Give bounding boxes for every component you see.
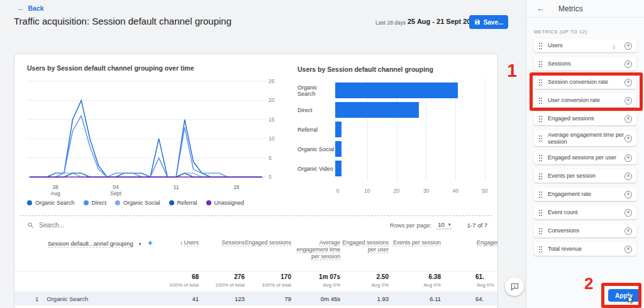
column-header-users[interactable]: ↓Users <box>165 235 199 271</box>
remove-metric-icon[interactable]: × <box>625 97 632 105</box>
column-header-events-per-session[interactable]: Events per session <box>389 235 441 271</box>
column-header-engaged-sessions[interactable]: Engaged sessions <box>245 235 291 271</box>
column-header-sessions[interactable]: Sessions <box>199 235 245 271</box>
remove-metric-icon[interactable]: × <box>625 173 632 180</box>
bar[interactable] <box>335 161 341 176</box>
row-dimension: Organic Search <box>47 295 88 302</box>
bar[interactable] <box>335 102 419 118</box>
metric-item-sessions[interactable]: Sessions × <box>534 57 636 71</box>
remove-metric-icon[interactable]: × <box>625 42 632 50</box>
search-box[interactable] <box>27 222 390 229</box>
column-header-avg-engagement-time[interactable]: Average engagement time per session <box>291 235 340 271</box>
drag-handle-icon[interactable] <box>538 42 543 49</box>
legend-dot-icon <box>115 200 120 205</box>
feedback-button[interactable] <box>505 277 524 296</box>
metric-item-user-conversion-rate[interactable]: User conversion rate × <box>534 94 636 107</box>
search-input[interactable] <box>39 222 165 229</box>
drag-handle-icon[interactable] <box>538 79 543 86</box>
drag-handle-icon[interactable] <box>538 191 543 198</box>
drag-handle-icon[interactable] <box>538 209 543 216</box>
remove-metric-icon[interactable]: × <box>625 135 632 142</box>
legend-item[interactable]: Direct <box>84 200 107 206</box>
chevron-down-icon[interactable]: ▾ <box>138 241 141 247</box>
table-row[interactable]: 1Organic Search 41 123 79 0m 45s 1.93 6.… <box>14 292 498 305</box>
save-button[interactable]: Save... <box>469 15 508 29</box>
metrics-panel-header: ← Metrics <box>526 0 644 18</box>
cell-engagement-rate: 64. <box>441 295 498 302</box>
drag-handle-icon[interactable] <box>538 60 543 67</box>
remove-metric-icon[interactable]: × <box>625 227 632 235</box>
cell-engaged-sessions: 79 <box>245 295 291 302</box>
bar[interactable] <box>335 83 458 98</box>
metric-item-session-conversion-rate[interactable]: Session conversion rate × <box>534 76 636 89</box>
metric-item-total-revenue[interactable]: Total revenue × <box>534 242 636 256</box>
legend-item[interactable]: Organic Social <box>115 200 160 206</box>
rows-per-page-label: Rows per page: <box>390 222 432 229</box>
line-chart-svg <box>27 77 266 183</box>
bar[interactable] <box>335 141 341 157</box>
drag-handle-icon[interactable] <box>538 115 543 122</box>
drag-handle-icon[interactable] <box>538 246 543 253</box>
metric-item-conversions[interactable]: Conversions × <box>534 224 636 237</box>
drag-handle-icon[interactable] <box>538 173 543 180</box>
metric-item-avg-engagement-time[interactable]: Average engagement time per session × <box>534 130 636 146</box>
add-dimension-button[interactable]: + <box>148 238 153 248</box>
bar-row: Direct <box>297 100 485 120</box>
metric-item-users[interactable]: Users ↓ × <box>534 39 636 52</box>
search-icon <box>27 222 34 229</box>
cell-avg-engagement-time: 0m 45s <box>291 295 340 302</box>
bar[interactable] <box>335 122 341 137</box>
legend-dot-icon <box>206 200 211 205</box>
metric-item-event-count[interactable]: Event count × <box>534 206 636 219</box>
line-chart-title: Users by Session default channel groupin… <box>27 64 194 72</box>
table-header-row: Session default...annel grouping ▾ + ↓Us… <box>14 235 498 271</box>
remove-metric-icon[interactable]: × <box>625 60 632 68</box>
sort-descending-icon: ↓ <box>180 239 183 246</box>
save-icon <box>474 19 480 25</box>
back-arrow-icon: ← <box>18 4 25 12</box>
pagination-status: 1-7 of 7 <box>467 222 487 229</box>
metrics-list: Users ↓ × Sessions × Session conversion … <box>534 39 636 261</box>
metric-item-engaged-sessions[interactable]: Engaged sessions × <box>534 112 636 125</box>
metric-item-events-per-session[interactable]: Events per session × <box>534 169 636 183</box>
panel-back-button[interactable]: ← <box>536 4 545 13</box>
date-preset-label: Last 28 days <box>375 20 406 26</box>
back-button[interactable]: ← Back <box>18 4 44 12</box>
apply-button[interactable]: Apply <box>608 289 640 302</box>
totals-avg-engagement-time: 1m 07sAvg 0% <box>291 271 340 292</box>
legend-item[interactable]: Unassigned <box>206 200 245 206</box>
totals-engagement-rate: 61.Avg 0% <box>441 271 498 292</box>
remove-metric-icon[interactable]: × <box>625 191 632 198</box>
remove-metric-icon[interactable]: × <box>625 154 632 162</box>
remove-metric-icon[interactable]: × <box>625 79 632 86</box>
legend-item[interactable]: Referral <box>169 200 197 206</box>
legend-dot-icon <box>169 200 174 205</box>
bar-chart-title: Users by Session default channel groupin… <box>297 66 433 73</box>
bar-chart-x-axis: 01020304050 <box>338 188 485 195</box>
rows-per-page-select[interactable]: 10 ▾ <box>436 220 452 229</box>
column-header-engaged-sessions-per-user[interactable]: Engaged sessions per user <box>340 235 389 271</box>
metric-item-engaged-sessions-per-user[interactable]: Engaged sessions per user × <box>534 151 636 164</box>
dimension-column-header[interactable]: Session default...annel grouping ▾ + <box>14 235 165 271</box>
remove-metric-icon[interactable]: × <box>625 246 632 253</box>
bar-category-label: Organic Search <box>297 84 335 97</box>
remove-metric-icon[interactable]: × <box>625 115 632 123</box>
totals-sessions: 276100% of total <box>199 271 245 292</box>
metrics-section-label: METRICS (UP TO 12) <box>534 29 587 35</box>
date-range-picker[interactable]: 25 Aug - 21 Sept 2022 <box>408 18 479 25</box>
row-index: 1 <box>35 295 38 302</box>
drag-handle-icon[interactable] <box>538 135 543 142</box>
drag-handle-icon[interactable] <box>538 97 543 104</box>
legend-dot-icon <box>27 200 32 205</box>
bar-row: Organic Search <box>297 81 485 100</box>
legend-item[interactable]: Organic Search <box>27 200 75 206</box>
annotation-number-1: 1 <box>507 60 517 81</box>
drag-handle-icon[interactable] <box>538 227 543 234</box>
remove-metric-icon[interactable]: × <box>625 209 632 217</box>
drag-handle-icon[interactable] <box>538 154 543 161</box>
cell-events-per-session: 6.11 <box>389 295 441 302</box>
column-header-engagement-rate[interactable]: Engagement rate <box>441 235 498 271</box>
cell-engaged-sessions-per-user: 1.93 <box>340 295 389 302</box>
metrics-panel: ← Metrics METRICS (UP TO 12) Users ↓ × S… <box>526 0 644 308</box>
metric-item-engagement-rate[interactable]: Engagement rate × <box>534 188 636 201</box>
